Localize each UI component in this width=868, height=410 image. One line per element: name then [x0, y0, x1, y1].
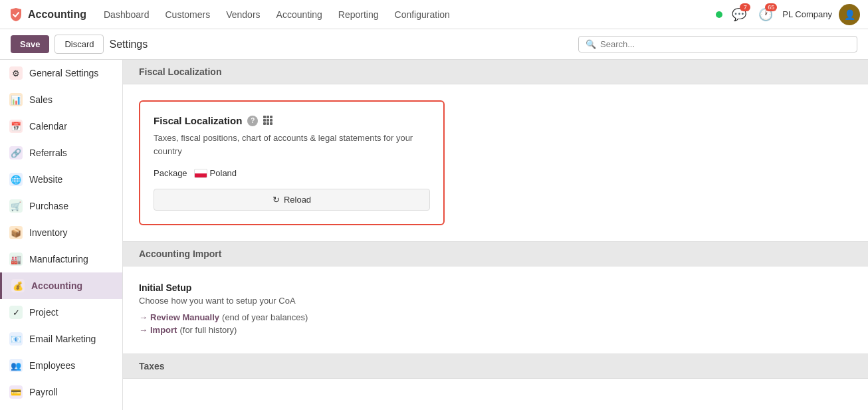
- nav-reporting[interactable]: Reporting: [332, 7, 385, 23]
- taxes-section-title: Taxes: [139, 361, 165, 371]
- sidebar-label-referrals: Referrals: [29, 148, 67, 158]
- fiscal-card-title-text: Fiscal Localization: [154, 115, 242, 126]
- accounting-import-section-title: Accounting Import: [139, 249, 221, 259]
- sidebar-label-payroll: Payroll: [29, 387, 58, 397]
- grid-icon[interactable]: [263, 116, 274, 126]
- nav-configuration[interactable]: Configuration: [388, 7, 457, 23]
- poland-flag: [194, 169, 207, 178]
- review-manually-text: Review Manually: [150, 312, 219, 322]
- grid-dot: [263, 116, 266, 118]
- sidebar-item-employees[interactable]: 👥 Employees: [0, 352, 122, 379]
- grid-dot: [263, 119, 266, 122]
- fiscal-package-row: Package Poland: [154, 168, 430, 178]
- fiscal-section-body: Fiscal Localization ? Taxes, fisca: [123, 84, 868, 242]
- sidebar-item-accounting[interactable]: 💰 Accounting: [0, 272, 122, 299]
- grid-dot: [270, 119, 272, 122]
- sidebar-item-payroll[interactable]: 💳 Payroll: [0, 379, 122, 405]
- package-label: Package: [154, 168, 187, 178]
- discard-button[interactable]: Discard: [54, 35, 104, 54]
- grid-dot: [263, 122, 266, 125]
- review-manually-suffix: (end of year balances): [222, 312, 308, 322]
- activity-button[interactable]: 🕐 65: [756, 5, 776, 25]
- save-button[interactable]: Save: [11, 35, 49, 53]
- sidebar-label-employees: Employees: [29, 360, 75, 371]
- accounting-import-section-header: Accounting Import: [123, 242, 868, 266]
- sidebar-item-referrals[interactable]: 🔗 Referrals: [0, 140, 122, 166]
- arrow-icon-2: →: [139, 325, 148, 335]
- sidebar-item-calendar[interactable]: 📅 Calendar: [0, 113, 122, 140]
- employees-icon: 👥: [9, 359, 23, 372]
- search-input[interactable]: [600, 39, 850, 49]
- fiscal-section-title: Fiscal Localization: [139, 66, 221, 77]
- sidebar-item-purchase[interactable]: 🛒 Purchase: [0, 193, 122, 219]
- referrals-icon: 🔗: [9, 146, 23, 159]
- grid-dot: [270, 122, 272, 125]
- reload-icon: ↻: [272, 195, 280, 205]
- sidebar-label-inventory: Inventory: [29, 227, 68, 238]
- fiscal-card-description: Taxes, fiscal positions, chart of accoun…: [154, 132, 430, 157]
- fiscal-card-title-row: Fiscal Localization ?: [154, 115, 430, 126]
- initial-setup-title: Initial Setup: [139, 282, 852, 293]
- import-link-text: Import: [150, 325, 177, 335]
- page-title: Settings: [109, 39, 148, 51]
- arrow-icon: →: [139, 312, 148, 322]
- sidebar-item-email-marketing[interactable]: 📧 Email Marketing: [0, 326, 122, 352]
- messages-button[interactable]: 💬 7: [729, 5, 749, 25]
- sidebar-item-website[interactable]: 🌐 Website: [0, 166, 122, 193]
- sidebar-label-general-settings: General Settings: [29, 68, 98, 78]
- nav-links: Dashboard Customers Vendors Accounting R…: [97, 7, 716, 23]
- review-manually-link[interactable]: → Review Manually (end of year balances): [139, 312, 852, 322]
- brand-logo[interactable]: Accounting: [8, 7, 86, 23]
- accounting-import-body: Initial Setup Choose how you want to set…: [123, 266, 868, 354]
- sidebar: ⚙ General Settings 📊 Sales 📅 Calendar 🔗 …: [0, 60, 123, 410]
- nav-right: 💬 7 🕐 65 PL Company 👤: [716, 4, 860, 25]
- sidebar-label-website: Website: [29, 174, 62, 185]
- import-link[interactable]: → Import (for full history): [139, 325, 852, 335]
- online-status-dot: [716, 11, 722, 18]
- sidebar-label-project: Project: [29, 307, 58, 318]
- nav-dashboard[interactable]: Dashboard: [97, 7, 156, 23]
- sidebar-item-inventory[interactable]: 📦 Inventory: [0, 219, 122, 246]
- activity-badge: 65: [765, 3, 777, 11]
- grid-dot: [267, 119, 269, 122]
- company-name[interactable]: PL Company: [782, 9, 832, 19]
- search-box: 🔍: [578, 36, 857, 52]
- user-avatar[interactable]: 👤: [839, 4, 860, 25]
- sidebar-label-purchase: Purchase: [29, 201, 68, 211]
- main-layout: ⚙ General Settings 📊 Sales 📅 Calendar 🔗 …: [0, 60, 868, 410]
- help-icon[interactable]: ?: [247, 116, 258, 126]
- purchase-icon: 🛒: [9, 199, 23, 213]
- calendar-icon: 📅: [9, 120, 23, 133]
- taxes-section-header: Taxes: [123, 354, 868, 379]
- project-icon: ✓: [9, 306, 23, 319]
- sidebar-label-sales: Sales: [29, 94, 53, 105]
- website-icon: 🌐: [9, 173, 23, 186]
- grid-dot: [267, 122, 269, 125]
- reload-button[interactable]: ↻ Reload: [154, 189, 430, 211]
- accounting-icon: 💰: [11, 279, 25, 292]
- import-link-suffix: (for full history): [179, 325, 237, 335]
- grid-dot: [267, 116, 269, 118]
- sales-icon: 📊: [9, 93, 23, 106]
- sidebar-item-sales[interactable]: 📊 Sales: [0, 86, 122, 113]
- email-marketing-icon: 📧: [9, 332, 23, 346]
- fiscal-localization-section-header: Fiscal Localization: [123, 60, 868, 84]
- nav-customers[interactable]: Customers: [159, 7, 217, 23]
- nav-vendors[interactable]: Vendors: [219, 7, 267, 23]
- sidebar-item-project[interactable]: ✓ Project: [0, 299, 122, 326]
- grid-dot: [270, 116, 272, 118]
- nav-accounting[interactable]: Accounting: [270, 7, 329, 23]
- top-navigation: Accounting Dashboard Customers Vendors A…: [0, 0, 868, 29]
- general-settings-icon: ⚙: [9, 66, 23, 80]
- sidebar-label-email-marketing: Email Marketing: [29, 334, 96, 344]
- sidebar-item-manufacturing[interactable]: 🏭 Manufacturing: [0, 246, 122, 272]
- flag-icon: Poland: [194, 168, 237, 178]
- manufacturing-icon: 🏭: [9, 253, 23, 266]
- sidebar-label-accounting: Accounting: [31, 280, 82, 291]
- payroll-icon: 💳: [9, 385, 23, 399]
- initial-setup-desc: Choose how you want to setup your CoA: [139, 296, 852, 306]
- reload-label: Reload: [284, 195, 311, 205]
- settings-content: Fiscal Localization Fiscal Localization …: [123, 60, 868, 410]
- sidebar-label-manufacturing: Manufacturing: [29, 254, 88, 264]
- sidebar-item-general-settings[interactable]: ⚙ General Settings: [0, 60, 122, 86]
